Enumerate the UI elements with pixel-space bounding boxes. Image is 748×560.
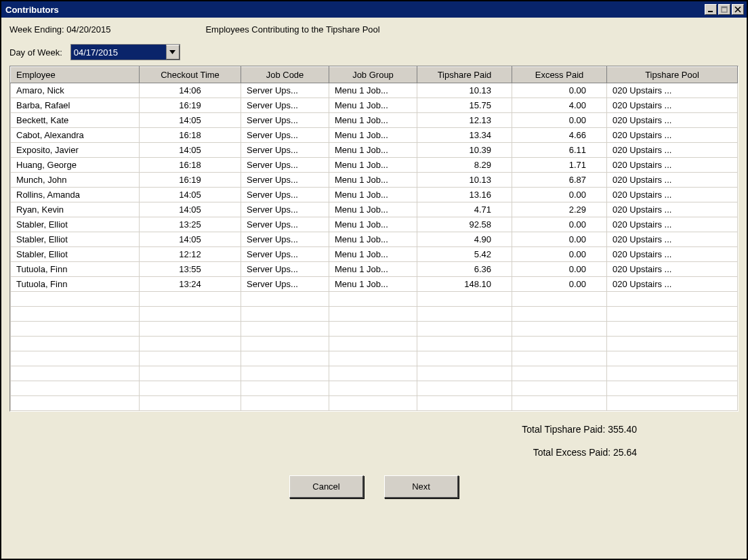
cell-job-code: Server Ups... (241, 143, 329, 158)
col-employee[interactable]: Employee (11, 67, 140, 83)
cell-checkout-time: 14:06 (140, 83, 241, 98)
cell-job-code: Server Ups... (241, 262, 329, 277)
minimize-button[interactable] (705, 4, 717, 15)
col-checkout-time[interactable]: Checkout Time (140, 67, 241, 83)
table-row[interactable]: Amaro, Nick14:06Server Ups...Menu 1 Job.… (11, 83, 738, 98)
table-row[interactable]: Exposito, Javier14:05Server Ups...Menu 1… (11, 143, 738, 158)
cell-tipshare-pool: 020 Upstairs ... (607, 128, 738, 143)
day-of-week-label: Day of Week: (9, 47, 62, 58)
column-headers: Employee Checkout Time Job Code Job Grou… (11, 67, 738, 83)
cell-employee: Stabler, Elliot (11, 217, 140, 232)
cell-job-code: Server Ups... (241, 217, 329, 232)
cell-checkout-time: 16:18 (140, 128, 241, 143)
cell-employee: Amaro, Nick (11, 83, 140, 98)
cell-job-code: Server Ups... (241, 83, 329, 98)
cell-tipshare-pool: 020 Upstairs ... (607, 158, 738, 173)
cell-excess-paid: 2.29 (512, 202, 607, 217)
window-title: Contributors (4, 5, 705, 15)
cancel-button[interactable]: Cancel (289, 475, 364, 498)
col-excess-paid[interactable]: Excess Paid (512, 67, 607, 83)
table-row-empty (11, 396, 738, 411)
cell-tipshare-paid: 13.16 (417, 188, 512, 202)
table-row-empty (11, 366, 738, 381)
table-row[interactable]: Rollins, Amanda14:05Server Ups...Menu 1 … (11, 188, 738, 202)
cell-employee: Munch, John (11, 173, 140, 188)
cell-employee: Cabot, Alexandra (11, 128, 140, 143)
cell-employee: Rollins, Amanda (11, 188, 140, 202)
day-of-week-combo[interactable] (70, 44, 180, 60)
cell-job-group: Menu 1 Job... (329, 232, 417, 247)
table-row[interactable]: Stabler, Elliot14:05Server Ups...Menu 1 … (11, 232, 738, 247)
total-excess-paid: Total Excess Paid: 25.64 (9, 447, 637, 458)
col-job-code[interactable]: Job Code (241, 67, 329, 83)
cell-job-code: Server Ups... (241, 98, 329, 113)
cell-tipshare-paid: 4.71 (417, 202, 512, 217)
cell-checkout-time: 14:05 (140, 232, 241, 247)
header-row: Week Ending: 04/20/2015 Employees Contri… (9, 24, 739, 35)
cell-tipshare-pool: 020 Upstairs ... (607, 143, 738, 158)
cell-checkout-time: 16:19 (140, 173, 241, 188)
table-row-empty (11, 381, 738, 396)
cell-job-group: Menu 1 Job... (329, 98, 417, 113)
totals: Total Tipshare Paid: 355.40 Total Excess… (9, 424, 739, 470)
cell-excess-paid: 4.66 (512, 128, 607, 143)
cell-tipshare-pool: 020 Upstairs ... (607, 113, 738, 128)
cell-checkout-time: 14:05 (140, 188, 241, 202)
cell-checkout-time: 14:05 (140, 202, 241, 217)
table-row-empty (11, 351, 738, 366)
table-row-empty (11, 307, 738, 322)
cell-employee: Tutuola, Finn (11, 277, 140, 292)
cell-excess-paid: 4.00 (512, 98, 607, 113)
close-button[interactable] (732, 4, 744, 15)
chevron-down-icon[interactable] (166, 45, 180, 60)
cell-checkout-time: 13:25 (140, 217, 241, 232)
table-row-empty (11, 292, 738, 307)
day-of-week-input[interactable] (71, 45, 166, 60)
cell-employee: Stabler, Elliot (11, 247, 140, 262)
cell-tipshare-pool: 020 Upstairs ... (607, 232, 738, 247)
cell-job-code: Server Ups... (241, 247, 329, 262)
table-row[interactable]: Munch, John16:19Server Ups...Menu 1 Job.… (11, 173, 738, 188)
svg-rect-0 (708, 11, 713, 12)
cell-employee: Huang, George (11, 158, 140, 173)
cell-tipshare-pool: 020 Upstairs ... (607, 277, 738, 292)
cell-excess-paid: 0.00 (512, 232, 607, 247)
table-row[interactable]: Huang, George16:18Server Ups...Menu 1 Jo… (11, 158, 738, 173)
contributors-grid[interactable]: Employee Checkout Time Job Code Job Grou… (9, 66, 739, 412)
cell-checkout-time: 13:24 (140, 277, 241, 292)
table-row[interactable]: Barba, Rafael16:19Server Ups...Menu 1 Jo… (11, 98, 738, 113)
cell-tipshare-paid: 148.10 (417, 277, 512, 292)
cell-job-group: Menu 1 Job... (329, 83, 417, 98)
page-title: Employees Contributing to the Tipshare P… (138, 24, 739, 35)
cell-job-group: Menu 1 Job... (329, 277, 417, 292)
table-row[interactable]: Stabler, Elliot12:12Server Ups...Menu 1 … (11, 247, 738, 262)
cell-tipshare-pool: 020 Upstairs ... (607, 217, 738, 232)
cell-employee: Stabler, Elliot (11, 232, 140, 247)
col-job-group[interactable]: Job Group (329, 67, 417, 83)
total-tipshare-paid: Total Tipshare Paid: 355.40 (9, 424, 637, 435)
cell-job-code: Server Ups... (241, 232, 329, 247)
table-row[interactable]: Ryan, Kevin14:05Server Ups...Menu 1 Job.… (11, 202, 738, 217)
cell-tipshare-paid: 6.36 (417, 262, 512, 277)
table-row[interactable]: Stabler, Elliot13:25Server Ups...Menu 1 … (11, 217, 738, 232)
next-button[interactable]: Next (384, 475, 459, 498)
table-row[interactable]: Beckett, Kate14:05Server Ups...Menu 1 Jo… (11, 113, 738, 128)
cell-tipshare-paid: 5.42 (417, 247, 512, 262)
table-row[interactable]: Tutuola, Finn13:24Server Ups...Menu 1 Jo… (11, 277, 738, 292)
cell-job-group: Menu 1 Job... (329, 113, 417, 128)
cell-job-code: Server Ups... (241, 277, 329, 292)
client-area: Week Ending: 04/20/2015 Employees Contri… (1, 18, 747, 559)
col-tipshare-pool[interactable]: Tipshare Pool (607, 67, 738, 83)
cell-tipshare-paid: 13.34 (417, 128, 512, 143)
cell-excess-paid: 0.00 (512, 247, 607, 262)
cell-excess-paid: 0.00 (512, 262, 607, 277)
col-tipshare-paid[interactable]: Tipshare Paid (417, 67, 512, 83)
table-row[interactable]: Tutuola, Finn13:55Server Ups...Menu 1 Jo… (11, 262, 738, 277)
cell-excess-paid: 0.00 (512, 188, 607, 202)
table-row-empty (11, 337, 738, 351)
cell-employee: Ryan, Kevin (11, 202, 140, 217)
cell-job-group: Menu 1 Job... (329, 217, 417, 232)
window-controls (705, 4, 744, 15)
maximize-button[interactable] (718, 4, 730, 15)
table-row[interactable]: Cabot, Alexandra16:18Server Ups...Menu 1… (11, 128, 738, 143)
